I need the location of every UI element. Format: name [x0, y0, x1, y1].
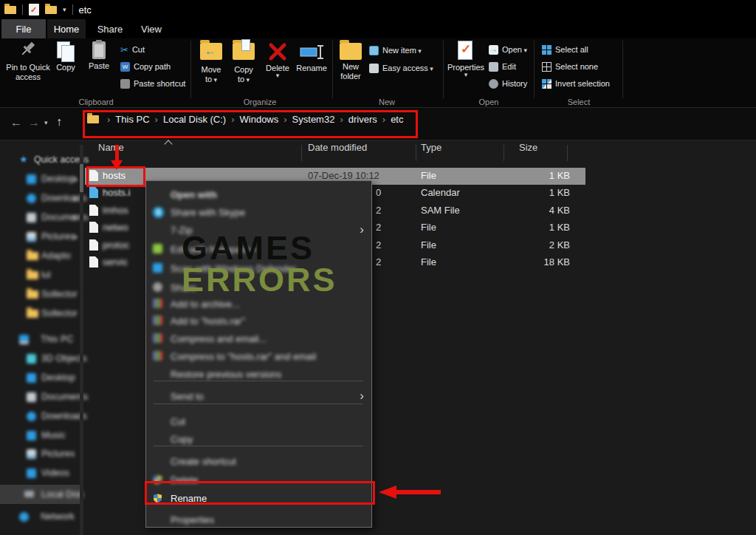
recent-locations-icon[interactable]: ▾	[44, 119, 48, 126]
column-header-date-modified[interactable]: Date modified	[308, 142, 367, 153]
sidebar-item-music[interactable]: Music	[0, 427, 83, 445]
menu-item-label: Open with	[171, 189, 217, 200]
new-item-button[interactable]: New item	[369, 43, 422, 58]
desktop-icon	[27, 373, 36, 383]
properties-button[interactable]: ✓ Properties ▾	[447, 40, 484, 96]
history-button[interactable]: History	[489, 76, 527, 91]
sidebar-item-3d-objects[interactable]: 3D Objects	[0, 350, 83, 368]
group-label-organize: Organize	[244, 98, 277, 106]
sidebar-scrollbar[interactable]	[80, 145, 83, 535]
menu-item-add-to-archive[interactable]: Add to archive...	[146, 296, 371, 313]
share-icon	[153, 282, 162, 292]
sidebar-item-folder[interactable]: lul	[0, 267, 83, 284]
rename-button[interactable]: Rename	[292, 40, 331, 96]
button-label: Copy path	[134, 62, 171, 71]
qat-dropdown-icon[interactable]: ▾	[63, 6, 66, 13]
group-divider	[622, 41, 623, 98]
sidebar-item-folder[interactable]: Sollector	[0, 305, 83, 323]
column-header-size[interactable]: Size	[519, 142, 537, 153]
menu-item-scan-with-defender[interactable]: Scan with Windows Defender...	[146, 261, 371, 277]
sidebar-item-desktop-pc[interactable]: Desktop	[0, 369, 83, 387]
page-shape	[61, 45, 75, 62]
window-title: etc	[79, 4, 92, 16]
select-all-button[interactable]: Select all	[542, 42, 588, 57]
up-icon[interactable]: ↑	[56, 115, 62, 129]
copy-path-button[interactable]: W Copy path	[120, 59, 171, 74]
copy-button[interactable]: Copy	[49, 40, 83, 96]
copy-path-icon: W	[120, 62, 130, 72]
edit-icon	[489, 62, 498, 72]
sidebar-item-label: Videos	[41, 468, 69, 478]
qat-new-folder-icon[interactable]	[45, 6, 57, 14]
menu-item-label: Restore previous versions	[171, 369, 281, 380]
column-header-type[interactable]: Type	[421, 142, 441, 153]
group-label-select: Select	[568, 98, 591, 106]
sidebar-item-downloads-pc[interactable]: Downloads	[0, 408, 83, 426]
copy-icon	[56, 40, 75, 61]
scrollbar-thumb[interactable]	[80, 164, 83, 192]
forward-icon[interactable]: →	[28, 116, 40, 129]
qat-properties-icon[interactable]: ✓	[29, 4, 39, 16]
select-none-button[interactable]: Select none	[542, 59, 598, 74]
menu-item-add-to-hosts-rar[interactable]: Add to "hosts.rar"	[146, 313, 371, 330]
divider	[72, 4, 73, 15]
cut-button[interactable]: ✂ Cut	[120, 42, 145, 57]
sidebar-item-documents[interactable]: Documents	[0, 209, 83, 227]
sidebar-item-videos[interactable]: Videos	[0, 465, 83, 483]
menu-separator	[154, 446, 363, 446]
menu-item-create-shortcut[interactable]: Create shortcut	[146, 454, 371, 470]
delete-button[interactable]: Delete ▾	[261, 40, 294, 96]
sidebar-item-downloads[interactable]: Downloads	[0, 190, 83, 208]
divider	[22, 4, 23, 15]
sidebar-item-documents-pc[interactable]: Documents	[0, 389, 83, 406]
column-header-name[interactable]: Name	[98, 142, 124, 153]
arrow-left-glyph: ←	[205, 44, 216, 57]
sidebar-item-network[interactable]: Network	[0, 508, 83, 526]
sidebar-item-folder[interactable]: Sollector	[0, 286, 83, 304]
menu-item-properties[interactable]: Properties	[146, 512, 371, 528]
file-name[interactable]: servic	[103, 256, 128, 268]
tab-file[interactable]: File	[1, 19, 46, 38]
tab-view[interactable]: View	[133, 19, 170, 38]
file-name[interactable]: netwo	[103, 222, 128, 233]
new-folder-button[interactable]: New folder	[334, 40, 368, 96]
menu-item-share[interactable]: Share	[146, 280, 371, 296]
sidebar-item-this-pc[interactable]: This PC	[0, 331, 83, 349]
sidebar-item-pictures[interactable]: Pictures	[0, 228, 83, 246]
edit-button[interactable]: Edit	[489, 59, 516, 74]
move-to-button[interactable]: ← Move to	[195, 40, 227, 96]
file-name[interactable]: lmhos	[103, 205, 128, 216]
open-button[interactable]: → Open	[489, 42, 527, 57]
copy-to-button[interactable]: Copy to	[227, 40, 260, 96]
pictures-icon	[27, 232, 36, 242]
invert-selection-button[interactable]: Invert selection	[542, 76, 610, 91]
sidebar-item-desktop[interactable]: Desktop	[0, 171, 83, 188]
menu-item-send-to[interactable]: Send to ›	[146, 389, 371, 405]
sidebar-item-quick-access[interactable]: ★ Quick access	[0, 151, 83, 169]
paste-shortcut-button[interactable]: Paste shortcut	[120, 76, 185, 91]
sidebar-item-folder[interactable]: Adapto	[0, 248, 83, 265]
sidebar-item-label: Desktop	[41, 372, 75, 383]
sidebar-item-local-disk[interactable]: Local Disk	[0, 485, 83, 504]
file-name[interactable]: hosts.i	[103, 187, 131, 198]
menu-item-compress-to-hosts-rar-and-email[interactable]: Compress to "hosts.rar" and email	[146, 349, 371, 365]
back-icon[interactable]: ←	[10, 116, 22, 129]
menu-item-7zip[interactable]: 7-Zip ›	[146, 222, 371, 239]
menu-item-open-with[interactable]: Open with	[146, 187, 371, 203]
menu-item-cut[interactable]: Cut	[146, 414, 371, 430]
sidebar-item-label: Music	[41, 430, 66, 440]
button-label: Invert selection	[555, 79, 610, 88]
pin-to-quick-access-button[interactable]: Pin to Quick access	[7, 40, 49, 96]
menu-item-edit-with-notepad[interactable]: Edit with Notepad++	[146, 242, 371, 258]
sidebar-item-label: Local Disk	[41, 489, 84, 500]
paste-button[interactable]: Paste	[83, 40, 115, 96]
tab-home[interactable]: Home	[47, 19, 86, 38]
group-label-new: New	[379, 98, 395, 106]
sidebar-item-pictures-pc[interactable]: Pictures	[0, 446, 83, 463]
menu-item-share-with-skype[interactable]: S Share with Skype	[146, 205, 371, 221]
tab-share[interactable]: Share	[90, 19, 130, 38]
rename-icon	[299, 42, 324, 61]
easy-access-button[interactable]: Easy access	[369, 61, 433, 75]
file-name[interactable]: protoc	[103, 239, 129, 251]
menu-item-compress-and-email[interactable]: Compress and email...	[146, 331, 371, 347]
